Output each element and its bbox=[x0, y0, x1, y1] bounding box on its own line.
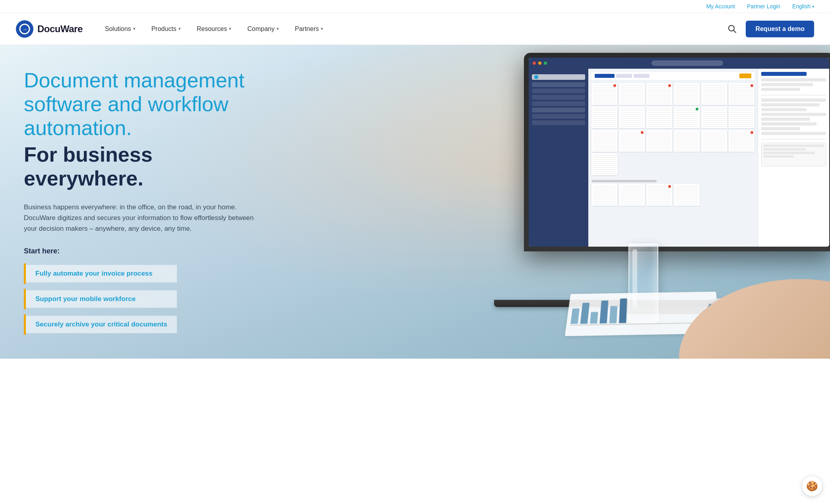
company-label: Company bbox=[247, 25, 274, 33]
request-demo-button[interactable]: Request a demo bbox=[746, 21, 814, 37]
svg-line-4 bbox=[734, 30, 736, 33]
language-selector[interactable]: English ▾ bbox=[792, 3, 814, 10]
products-label: Products bbox=[151, 25, 176, 33]
nav-item-partners[interactable]: Partners ▾ bbox=[289, 22, 330, 36]
hero-description: Business happens everywhere: in the offi… bbox=[24, 202, 254, 234]
quick-link-text-mobile: Support your mobile workforce bbox=[26, 290, 177, 308]
hero-title-bold: For business everywhere. bbox=[24, 143, 254, 191]
search-icon[interactable] bbox=[725, 22, 739, 36]
nav-actions: Request a demo bbox=[725, 21, 814, 37]
nav-item-company[interactable]: Company ▾ bbox=[241, 22, 285, 36]
nav-links: Solutions ▾ Products ▾ Resources ▾ Compa… bbox=[99, 22, 725, 36]
logo-text: DocuWare bbox=[37, 23, 83, 35]
hero-section: Document management software and workflo… bbox=[0, 45, 830, 359]
hero-title-light: Document management software and workflo… bbox=[24, 69, 254, 140]
partner-login-link[interactable]: Partner Login bbox=[747, 3, 780, 10]
quick-links: Fully automate your invoice process Supp… bbox=[24, 263, 254, 335]
my-account-link[interactable]: My Account bbox=[706, 3, 735, 10]
quick-link-archive[interactable]: Securely archive your critical documents bbox=[24, 314, 254, 335]
docuware-logo-icon: → bbox=[16, 20, 33, 38]
start-here-label: Start here: bbox=[24, 247, 254, 255]
navbar: → DocuWare Solutions ▾ Products ▾ Resour… bbox=[0, 13, 830, 45]
language-chevron-icon: ▾ bbox=[812, 4, 814, 9]
resources-label: Resources bbox=[197, 25, 227, 33]
solutions-chevron-icon: ▾ bbox=[133, 26, 136, 31]
svg-text:→: → bbox=[22, 26, 27, 33]
language-label: English bbox=[792, 3, 811, 10]
quick-link-text-invoice: Fully automate your invoice process bbox=[26, 265, 177, 282]
nav-item-resources[interactable]: Resources ▾ bbox=[190, 22, 238, 36]
nav-item-products[interactable]: Products ▾ bbox=[145, 22, 187, 36]
company-chevron-icon: ▾ bbox=[277, 26, 279, 31]
resources-chevron-icon: ▾ bbox=[229, 26, 231, 31]
logo-link[interactable]: → DocuWare bbox=[16, 20, 83, 38]
hero-content: Document management software and workflo… bbox=[0, 45, 278, 359]
quick-link-invoice[interactable]: Fully automate your invoice process bbox=[24, 263, 254, 284]
top-bar: My Account Partner Login English ▾ bbox=[0, 0, 830, 13]
quick-link-text-archive: Securely archive your critical documents bbox=[26, 316, 177, 333]
hero-laptop-visual bbox=[496, 53, 830, 307]
quick-link-mobile[interactable]: Support your mobile workforce bbox=[24, 289, 254, 309]
nav-item-solutions[interactable]: Solutions ▾ bbox=[99, 22, 142, 36]
partners-label: Partners bbox=[295, 25, 319, 33]
partners-chevron-icon: ▾ bbox=[321, 26, 323, 31]
solutions-label: Solutions bbox=[105, 25, 131, 33]
products-chevron-icon: ▾ bbox=[178, 26, 181, 31]
